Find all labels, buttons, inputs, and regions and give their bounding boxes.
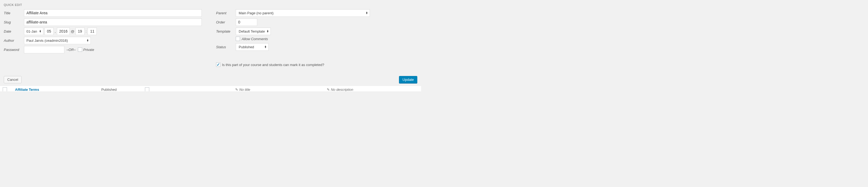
template-select[interactable]: Default Template ▲▼	[236, 28, 271, 35]
row-checkbox-col	[145, 87, 235, 91]
date-colon: :	[86, 29, 87, 33]
author-value: Paul Jarvis (ceadmin2016)	[26, 38, 68, 42]
pencil-icon: ✎	[327, 88, 330, 92]
row-status: Published	[101, 88, 145, 92]
template-row: Template Default Template ▲▼	[216, 28, 417, 35]
order-row: Order	[216, 18, 417, 26]
allow-comments-checkbox[interactable]	[236, 37, 240, 41]
select-arrows-icon: ▲▼	[87, 39, 89, 42]
quick-edit-left-col: Title Slug Date 01-Jan ▲▼ , @ :	[4, 9, 214, 67]
private-label: Private	[83, 48, 94, 52]
title-input[interactable]	[24, 9, 202, 17]
title-label: Title	[4, 11, 24, 15]
date-at: @	[71, 29, 74, 33]
course-question-text: Is this part of your course and students…	[222, 63, 324, 67]
password-input[interactable]	[24, 46, 64, 53]
pencil-icon: ✎	[235, 88, 238, 92]
template-label: Template	[216, 29, 236, 33]
page-list-row: Affiliate Terms Published ✎ No title ✎ N…	[0, 86, 421, 91]
parent-label: Parent	[216, 11, 236, 15]
quick-edit-legend: QUICK EDIT	[4, 3, 417, 6]
date-comma: ,	[55, 29, 56, 33]
date-row: Date 01-Jan ▲▼ , @ :	[4, 28, 214, 35]
course-checkbox[interactable]	[216, 63, 220, 67]
order-label: Order	[216, 20, 236, 24]
cancel-button[interactable]: Cancel	[4, 76, 22, 83]
select-arrows-icon: ▲▼	[267, 30, 269, 33]
password-row: Password –OR– Private	[4, 46, 214, 53]
slug-input[interactable]	[24, 18, 202, 26]
date-month-value: 01-Jan	[26, 29, 37, 33]
update-button[interactable]: Update	[399, 76, 417, 83]
parent-row: Parent Main Page (no parent) ▲▼	[216, 9, 417, 17]
date-day-input[interactable]	[44, 28, 54, 35]
author-row: Author Paul Jarvis (ceadmin2016) ▲▼	[4, 37, 214, 44]
date-label: Date	[4, 29, 24, 33]
quick-edit-right-col: Parent Main Page (no parent) ▲▼ Order Te…	[214, 9, 417, 67]
parent-value: Main Page (no parent)	[239, 11, 273, 15]
status-select[interactable]: Published ▲▼	[236, 43, 269, 51]
template-value: Default Template	[239, 29, 265, 33]
title-row: Title	[4, 9, 214, 17]
select-arrows-icon: ▲▼	[366, 11, 368, 14]
date-year-input[interactable]	[57, 28, 70, 35]
order-input[interactable]	[236, 18, 257, 26]
row-select-checkbox[interactable]	[3, 87, 7, 91]
quick-edit-footer: Cancel Update	[4, 76, 417, 83]
author-label: Author	[4, 38, 24, 42]
row-no-title: ✎ No title	[235, 88, 327, 92]
status-value: Published	[239, 45, 254, 49]
quick-edit-columns: Title Slug Date 01-Jan ▲▼ , @ :	[4, 9, 417, 67]
status-label: Status	[216, 45, 236, 49]
select-arrows-icon: ▲▼	[39, 30, 41, 33]
row-course-checkbox[interactable]	[145, 87, 149, 91]
status-row: Status Published ▲▼	[216, 43, 417, 51]
select-arrows-icon: ▲▼	[264, 45, 267, 48]
row-no-description: ✎ No description	[327, 88, 418, 92]
quick-edit-panel: QUICK EDIT Title Slug Date 01-Jan ▲▼ ,	[0, 0, 421, 86]
parent-select[interactable]: Main Page (no parent) ▲▼	[236, 9, 370, 17]
slug-row: Slug	[4, 18, 214, 26]
slug-label: Slug	[4, 20, 24, 24]
author-select[interactable]: Paul Jarvis (ceadmin2016) ▲▼	[24, 37, 91, 44]
date-hour-input[interactable]	[75, 28, 85, 35]
private-checkbox[interactable]	[78, 48, 82, 52]
allow-comments-label: Allow Comments	[242, 37, 268, 41]
allow-comments-row: Allow Comments	[216, 37, 417, 41]
or-text: –OR–	[66, 48, 76, 52]
date-minute-input[interactable]	[88, 28, 97, 35]
password-label: Password	[4, 48, 24, 52]
date-month-select[interactable]: 01-Jan ▲▼	[24, 28, 43, 35]
row-title-link[interactable]: Affiliate Terms	[15, 88, 101, 92]
course-question-row: Is this part of your course and students…	[216, 63, 417, 67]
